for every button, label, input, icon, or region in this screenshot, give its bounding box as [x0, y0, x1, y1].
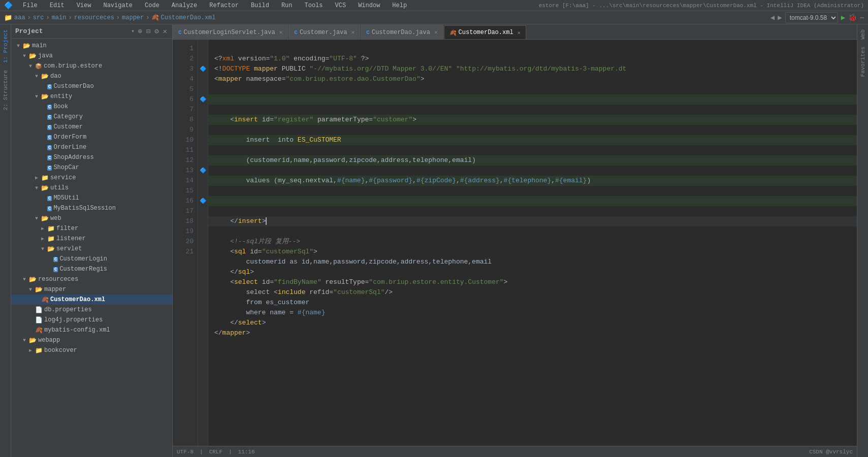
- tree-item-filter[interactable]: ▶ 📁 filter: [11, 223, 172, 234]
- nav-forward-button[interactable]: ▶: [778, 13, 782, 22]
- tree-item-mybatissqlsession[interactable]: ▶ C MyBatisSqlSession: [11, 203, 172, 213]
- menu-navigate[interactable]: Navigate: [101, 1, 135, 10]
- tree-item-webapp[interactable]: ▼ 📂 webapp: [11, 335, 172, 345]
- tree-item-main[interactable]: ▼ 📂 main: [11, 41, 172, 51]
- tab-close-customerdao-xml[interactable]: ✕: [518, 29, 521, 36]
- run-button[interactable]: ▶: [841, 13, 845, 22]
- breadcrumb-main[interactable]: main: [52, 14, 67, 21]
- tab-customerloginservlet[interactable]: C CustomerLoginServlet.java ✕: [173, 25, 288, 39]
- tree-item-customerdao-xml[interactable]: ▶ 🍂 CustomerDao.xml: [11, 295, 172, 305]
- tree-label-book: Book: [53, 103, 68, 110]
- tab-customer[interactable]: C Customer.java ✕: [288, 25, 360, 39]
- tree-item-listener[interactable]: ▶ 📁 listener: [11, 234, 172, 244]
- status-crlf[interactable]: CRLF: [209, 449, 222, 455]
- vtab-structure[interactable]: 2: Structure: [2, 67, 10, 113]
- menu-help[interactable]: Help: [390, 1, 409, 10]
- more-button[interactable]: ⋯: [860, 14, 864, 22]
- tab-customerdao-xml[interactable]: 🍂 CustomerDao.xml ✕: [444, 25, 527, 40]
- menu-view[interactable]: View: [75, 1, 93, 10]
- tab-close-customer[interactable]: ✕: [351, 29, 355, 36]
- breadcrumb-src[interactable]: src: [33, 14, 44, 21]
- tree-item-category[interactable]: ▶ C Category: [11, 112, 172, 122]
- menu-file[interactable]: File: [21, 1, 40, 10]
- app-icon: 🔷: [4, 1, 13, 10]
- menu-run[interactable]: Run: [279, 1, 295, 10]
- tree-label-shopaddress: ShopAddress: [53, 154, 93, 161]
- tree-item-customerregis[interactable]: ▶ C CustomerRegis: [11, 264, 172, 274]
- sidebar-add-button[interactable]: ⊕: [137, 26, 143, 37]
- tab-label-customerdao-java: CustomerDao.java: [372, 29, 430, 36]
- menu-build[interactable]: Build: [249, 1, 271, 10]
- tree-item-md5util[interactable]: ▶ C MD5Util: [11, 193, 172, 203]
- tree-arrow-resourceces: ▼: [21, 277, 27, 282]
- breadcrumb-aaa[interactable]: aaa: [14, 14, 25, 21]
- tree-item-book[interactable]: ▶ C Book: [11, 102, 172, 112]
- breadcrumb-icon: 📁: [4, 14, 12, 22]
- debug-button[interactable]: 🐞: [848, 13, 857, 22]
- status-separator1: |: [200, 449, 203, 455]
- tree-item-orderline[interactable]: ▶ C OrderLine: [11, 142, 172, 152]
- tree-item-mapper[interactable]: ▼ 📂 mapper: [11, 284, 172, 295]
- tree-item-bookcover[interactable]: ▶ 📁 bookcover: [11, 345, 172, 355]
- bottom-bar: UTF-8 | CRLF | 11:16 CSDN @vvrslyc: [173, 446, 857, 457]
- nav-back-button[interactable]: ◀: [770, 13, 775, 22]
- tree-item-shopaddress[interactable]: ▶ C ShopAddress: [11, 152, 172, 162]
- tab-icon-customerdao-xml: 🍂: [449, 29, 457, 36]
- tree-item-customerlogin[interactable]: ▶ C CustomerLogin: [11, 254, 172, 264]
- line-numbers: 1 2 3 4 5 6 7 8 9 10 11 12 13 14 15 16 1…: [173, 40, 198, 446]
- tree-label-resourceces: resourceces: [38, 276, 78, 283]
- status-line-col: 11:16: [238, 449, 255, 455]
- tree-item-service[interactable]: ▶ 📁 service: [11, 173, 172, 183]
- breadcrumb-resourceces[interactable]: resourceces: [74, 14, 114, 21]
- menu-tools[interactable]: Tools: [303, 1, 325, 10]
- vtab-favorites[interactable]: Favorites: [859, 44, 867, 80]
- tree-item-java[interactable]: ▼ 📂 java: [11, 51, 172, 61]
- tree-item-shopcar[interactable]: ▶ C ShopCar: [11, 162, 172, 173]
- folder-icon-dao: 📂: [41, 73, 49, 80]
- menu-analyze[interactable]: Analyze: [170, 1, 199, 10]
- tab-customerdao-java[interactable]: C CustomerDao.java ✕: [361, 25, 443, 39]
- tree-item-dao[interactable]: ▼ 📂 dao: [11, 71, 172, 81]
- vtab-web[interactable]: Web: [859, 26, 867, 43]
- tree-item-mybatis-config[interactable]: ▶ 🍂 mybatis-config.xml: [11, 325, 172, 335]
- sidebar-settings-button[interactable]: ⚙: [153, 26, 159, 37]
- tree-item-log4j-properties[interactable]: ▶ 📄 log4j.properties: [11, 315, 172, 325]
- tree-item-servlet[interactable]: ▼ 📂 servlet: [11, 244, 172, 254]
- tree-item-web[interactable]: ▼ 📂 web: [11, 213, 172, 223]
- tree-arrow-package: ▼: [27, 63, 34, 69]
- right-vtabs: Web Favorites: [857, 24, 868, 457]
- class-icon-customerlogin: C: [53, 255, 58, 263]
- tree-item-customer[interactable]: ▶ C Customer: [11, 122, 172, 132]
- breadcrumb-mapper[interactable]: mapper: [122, 14, 144, 21]
- folder-icon-service: 📁: [41, 174, 49, 182]
- tree-item-resourceces[interactable]: ▼ 📂 resourceces: [11, 274, 172, 284]
- class-icon-customerdao: C: [47, 83, 52, 90]
- menu-vcs[interactable]: VCS: [333, 1, 348, 10]
- vtab-project[interactable]: 1: Project: [2, 26, 10, 66]
- status-encoding[interactable]: UTF-8: [177, 449, 194, 455]
- class-icon-shopcar: C: [47, 164, 52, 171]
- tomcat-selector[interactable]: tomcat-9.0.58: [785, 12, 838, 23]
- tree-label-servlet: servlet: [56, 245, 82, 252]
- sidebar-collapse-button[interactable]: ⊟: [145, 26, 151, 37]
- menu-window[interactable]: Window: [356, 1, 382, 10]
- folder-icon-filter: 📁: [47, 225, 55, 233]
- menu-edit[interactable]: Edit: [48, 1, 67, 10]
- tree-label-bookcover: bookcover: [44, 347, 77, 354]
- tab-close-customerloginservlet[interactable]: ✕: [279, 29, 283, 36]
- menu-refactor[interactable]: Refactor: [207, 1, 241, 10]
- tree-item-entity[interactable]: ▼ 📂 entity: [11, 91, 172, 102]
- status-separator2: |: [229, 449, 232, 455]
- tree-item-utils[interactable]: ▼ 📂 utils: [11, 183, 172, 193]
- tab-close-customerdao-java[interactable]: ✕: [434, 29, 438, 36]
- tree-item-customerdao[interactable]: ▶ C CustomerDao: [11, 81, 172, 91]
- breadcrumb-file[interactable]: 🍂CustomerDao.xml: [151, 14, 215, 21]
- tree-item-package[interactable]: ▼ 📦 com.briup.estore: [11, 61, 172, 71]
- tree-item-orderform[interactable]: ▶ C OrderForm: [11, 132, 172, 142]
- tree-item-db-properties[interactable]: ▶ 📄 db.properties: [11, 305, 172, 315]
- tree-arrow-bookcover: ▶: [27, 347, 34, 353]
- menu-code[interactable]: Code: [143, 1, 162, 10]
- code-area[interactable]: <?xml version="1.0" encoding="UTF-8" ?> …: [208, 40, 857, 446]
- sidebar-close-button[interactable]: ✕: [162, 26, 168, 37]
- title-bar-right: estore [F:\aaa] - ...\src\main\resourcec…: [539, 3, 864, 9]
